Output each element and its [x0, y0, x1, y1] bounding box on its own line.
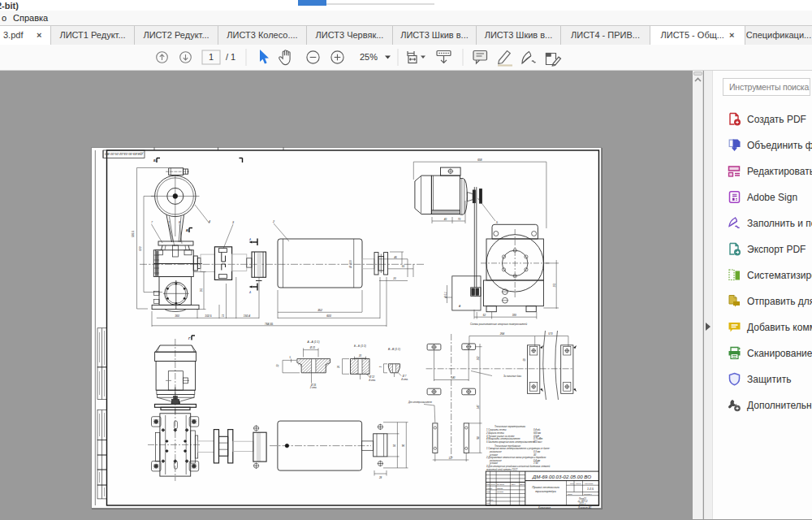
svg-text:500 мм: 500 мм — [533, 431, 541, 435]
svg-text:Копировал: Копировал — [538, 506, 551, 509]
svg-text:Масштаб: Масштаб — [585, 483, 594, 484]
svg-text:3: 3 — [232, 221, 234, 224]
svg-text:ДМ-69.00.03-02.05.00 ВО: ДМ-69.00.03-02.05.00 ВО — [105, 152, 144, 156]
svg-text:В - В (1:1): В - В (1:1) — [388, 348, 400, 351]
svg-text:3 Тяговое усилие на ленте: 3 Тяговое усилие на ленте — [486, 435, 515, 438]
svg-text:0,4 мм: 0,4 мм — [533, 459, 540, 462]
svg-text:600: 600 — [139, 246, 142, 251]
svg-text:352: 352 — [317, 309, 322, 312]
svg-text:150.4: 150.4 — [244, 314, 251, 318]
svg-text:90: 90 — [402, 444, 405, 448]
svg-text:/ 1: / 1 — [226, 52, 235, 62]
svg-text:Разраб.: Разраб. — [486, 488, 493, 489]
svg-text:Б: Б — [153, 158, 156, 162]
svg-text:70: 70 — [458, 218, 461, 221]
svg-text:Дата: Дата — [519, 483, 525, 485]
svg-text:2: 2 — [272, 220, 274, 223]
svg-text:4: 4 — [209, 220, 210, 223]
svg-text:600: 600 — [326, 314, 331, 318]
svg-text:4 отв.: 4 отв. — [369, 379, 376, 382]
svg-text:Подп.: Подп. — [511, 483, 516, 485]
svg-text:Иванов: Иванов — [497, 488, 503, 489]
svg-text:585.5: 585.5 — [132, 231, 135, 237]
svg-text:658: 658 — [477, 158, 482, 162]
svg-text:Ø 5.1: Ø 5.1 — [444, 292, 447, 299]
svg-text:570: 570 — [548, 332, 553, 336]
svg-text:4 Мощность электродвигателя: 4 Мощность электродвигателя — [486, 437, 520, 440]
svg-text:30': 30' — [533, 453, 537, 457]
svg-text:127: 127 — [448, 457, 452, 460]
svg-text:За наладные боки: За наладные боки — [503, 375, 522, 378]
svg-text:147: 147 — [477, 405, 480, 409]
svg-text:20: 20 — [392, 277, 396, 280]
svg-text:1:2.5: 1:2.5 — [587, 488, 594, 491]
svg-text:1 Смещения валов электродвигат: 1 Смещения валов электродвигателя и реду… — [486, 447, 551, 450]
svg-text:1 Скорость ленты: 1 Скорость ленты — [486, 428, 506, 431]
svg-text:2 Ширина ленты: 2 Ширина ленты — [486, 431, 504, 435]
svg-text:Лит.: Лит. — [569, 483, 575, 484]
svg-text:162: 162 — [477, 356, 480, 360]
svg-text:А: А — [248, 238, 251, 241]
svg-text:5 Частота вращения вала электр: 5 Частота вращения вала электродвигателя — [486, 440, 535, 444]
svg-text:№ докум.: № докум. — [497, 483, 505, 485]
svg-text:д: д — [459, 305, 460, 308]
svg-text:90: 90 — [477, 436, 480, 440]
svg-text:160: 160 — [175, 314, 179, 318]
svg-text:26: 26 — [337, 366, 340, 370]
svg-text:102.5: 102.5 — [205, 314, 212, 318]
svg-text:2011 г.: 2011 г. — [578, 502, 586, 505]
svg-text:264: 264 — [499, 332, 505, 336]
svg-text:В: В — [186, 228, 188, 232]
svg-text:транспортёра: транспортёра — [535, 490, 556, 493]
svg-text:62: 62 — [483, 314, 486, 317]
svg-text:Лист: Лист — [490, 483, 495, 485]
svg-text:1: 1 — [168, 221, 170, 224]
svg-text:140: 140 — [451, 376, 455, 379]
svg-text:радиальное: радиальное — [489, 459, 502, 462]
svg-text:Утв.: Утв. — [486, 502, 490, 504]
svg-text:Н.контр.: Н.контр. — [486, 499, 494, 500]
svg-text:0,75 кВт: 0,75 кВт — [533, 437, 543, 440]
svg-text:Ø 21: Ø 21 — [309, 346, 316, 349]
svg-text:А - А (1:1): А - А (1:1) — [306, 340, 319, 344]
svg-text:71: 71 — [221, 314, 224, 318]
svg-text:Ø 320: Ø 320 — [349, 260, 352, 268]
svg-text:46: 46 — [394, 256, 397, 259]
svg-text:Петров: Петров — [497, 491, 504, 492]
svg-text:2 отв.: 2 отв. — [309, 386, 317, 389]
svg-text:0,3 мм: 0,3 мм — [533, 450, 540, 453]
svg-text:161: 161 — [200, 288, 203, 292]
svg-text:Масса: Масса — [576, 483, 581, 484]
svg-text:Формат А1: Формат А1 — [578, 506, 592, 509]
svg-text:1°30': 1°30' — [533, 462, 539, 465]
svg-text:Для электродвигателя: Для электродвигателя — [408, 401, 433, 404]
svg-text:7: 7 — [151, 221, 153, 224]
svg-text:Лист: Лист — [567, 493, 572, 495]
svg-text:радиальное: радиальное — [489, 450, 502, 453]
svg-text:Листов 1: Листов 1 — [583, 493, 593, 495]
svg-text:910 мин¹: 910 мин¹ — [533, 440, 542, 444]
svg-text:0,4 м/с: 0,4 м/с — [533, 428, 541, 431]
svg-text:2 Допускаемые отклонения валов: 2 Допускаемые отклонения валов редуктора… — [486, 456, 546, 459]
svg-text:Привод ленточного: Привод ленточного — [532, 486, 559, 489]
svg-text:22: 22 — [276, 364, 279, 368]
svg-text:Схема расположения опорных пов: Схема расположения опорных поверхностей — [470, 323, 527, 326]
svg-text:4 отв.: 4 отв. — [401, 378, 408, 381]
svg-text:50: 50 — [393, 444, 396, 448]
svg-text:3,5кН: 3,5кН — [533, 435, 539, 438]
svg-text:55: 55 — [402, 265, 405, 268]
svg-text:Пров.: Пров. — [486, 491, 491, 492]
svg-text:5: 5 — [496, 221, 498, 224]
svg-text:189: 189 — [512, 314, 516, 317]
svg-text:9: 9 — [379, 366, 382, 367]
svg-text:Б - Б (1:1): Б - Б (1:1) — [354, 344, 366, 348]
svg-text:Г: Г — [188, 336, 191, 340]
svg-text:20: 20 — [358, 354, 362, 358]
svg-text:угловое: угловое — [489, 454, 498, 457]
svg-text:5: 5 — [290, 356, 292, 359]
svg-text:25%: 25% — [360, 52, 378, 62]
svg-text:50: 50 — [523, 358, 526, 362]
svg-text:Технические требования: Технические требования — [495, 444, 520, 448]
svg-text:вскрытый слой читать ГОСТ: вскрытый слой читать ГОСТ — [486, 468, 518, 471]
svg-text:А: А — [248, 291, 251, 294]
